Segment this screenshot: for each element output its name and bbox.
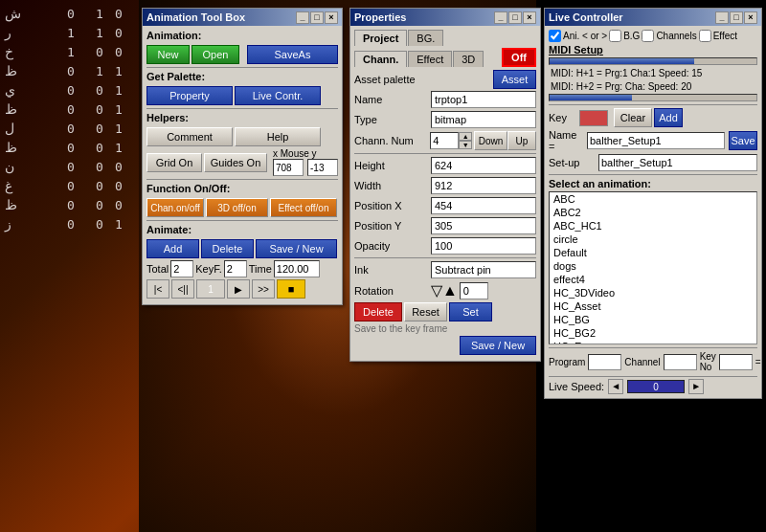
lc-name-input[interactable] xyxy=(587,132,725,149)
list-item[interactable]: HC_Eyer xyxy=(550,340,756,344)
live-controller-window: Live Controller _ □ × Ani. < or > B.G Ch… xyxy=(544,8,762,399)
list-item[interactable]: Default xyxy=(550,246,756,259)
list-item[interactable]: ABC_HC1 xyxy=(550,219,756,233)
list-item[interactable]: ABC xyxy=(550,192,756,206)
list-item[interactable]: HC_BG xyxy=(550,313,756,326)
effect-off-button[interactable]: Effect off/on xyxy=(270,198,337,217)
posy-value[interactable]: 305 xyxy=(431,217,536,234)
3d-off-button[interactable]: 3D off/on xyxy=(206,198,268,217)
transport-stop[interactable]: ■ xyxy=(277,279,305,299)
properties-restore[interactable]: □ xyxy=(508,11,522,24)
transport-prev[interactable]: |< xyxy=(146,279,169,299)
properties-content: Project BG. Chann. Effect 3D Off Asset p… xyxy=(350,26,540,361)
channel-input[interactable] xyxy=(664,354,697,370)
off-button[interactable]: Off xyxy=(502,48,536,67)
anim-toolbox-restore[interactable]: □ xyxy=(310,11,324,24)
open-button[interactable]: Open xyxy=(192,45,239,64)
live-controller-titlebar[interactable]: Live Controller _ □ × xyxy=(545,9,761,26)
width-value[interactable]: 912 xyxy=(431,177,536,194)
function-label: Function On/Off: xyxy=(146,183,230,194)
drs-row: Delete Reset Set xyxy=(354,302,536,321)
chann-down-spin[interactable]: ▼ xyxy=(459,141,472,149)
setup-input[interactable] xyxy=(598,154,757,171)
up-button[interactable]: Up xyxy=(507,131,536,150)
live-controller-close[interactable]: × xyxy=(744,11,757,24)
prop-delete-button[interactable]: Delete xyxy=(354,302,402,321)
tab-chann[interactable]: Chann. xyxy=(354,51,407,67)
save-new-row: Save / New xyxy=(354,336,536,355)
properties-close[interactable]: × xyxy=(523,11,536,24)
get-palette-label: Get Palette: xyxy=(146,71,205,82)
properties-title: Properties xyxy=(354,11,406,23)
transport-fwd[interactable]: >> xyxy=(252,279,275,299)
key-no-input[interactable] xyxy=(719,354,753,370)
posx-value[interactable]: 454 xyxy=(431,197,536,214)
list-item[interactable]: HC_BG2 xyxy=(550,326,756,340)
posy-row: Position Y 305 xyxy=(354,217,536,234)
anim-toolbox-minimize[interactable]: _ xyxy=(296,11,309,24)
midi-slider-bottom[interactable] xyxy=(549,94,757,101)
live-contr-button[interactable]: Live Contr. xyxy=(235,86,321,105)
comment-button[interactable]: Comment xyxy=(146,127,233,146)
chann-num-input[interactable] xyxy=(430,132,459,149)
set-button[interactable]: Set xyxy=(449,302,492,321)
chk-bg[interactable] xyxy=(609,30,621,42)
anim-list[interactable]: ABC ABC2 ABC_HC1 circle Default dogs eff… xyxy=(549,191,757,344)
anim-toolbox-close[interactable]: × xyxy=(325,11,338,24)
list-item[interactable]: dogs xyxy=(550,259,756,273)
list-item[interactable]: HC_3DVideo xyxy=(550,286,756,299)
chann-up-spin[interactable]: ▲ xyxy=(459,132,472,141)
save-name-button[interactable]: Save xyxy=(729,131,757,150)
midi-slider-top[interactable] xyxy=(549,57,757,65)
ink-value[interactable]: Subtract pin xyxy=(431,261,536,278)
guides-on-button[interactable]: Guides On xyxy=(204,153,267,172)
mouse-x: 708 xyxy=(273,159,304,176)
list-item[interactable]: effect4 xyxy=(550,273,756,286)
list-item[interactable]: circle xyxy=(550,233,756,246)
anim-toolbox-titlebar[interactable]: Animation Tool Box _ □ × xyxy=(143,9,342,26)
tab-3d[interactable]: 3D xyxy=(453,51,484,67)
rotation-icon: ▽▲ xyxy=(431,281,458,299)
list-item[interactable]: HC_Asset xyxy=(550,299,756,313)
chk-effect[interactable] xyxy=(699,30,711,42)
prop-save-new-button[interactable]: Save / New xyxy=(460,336,536,355)
grid-on-button[interactable]: Grid On xyxy=(146,153,202,172)
live-controller-minimize[interactable]: _ xyxy=(715,11,729,24)
tab-effect[interactable]: Effect xyxy=(408,51,452,67)
height-value[interactable]: 624 xyxy=(431,157,536,174)
properties-titlebar[interactable]: Properties _ □ × xyxy=(350,9,540,26)
properties-minimize[interactable]: _ xyxy=(494,11,507,24)
speed-down-btn[interactable]: ◄ xyxy=(608,379,623,394)
new-button[interactable]: New xyxy=(146,45,190,64)
time-value: 120.00 xyxy=(274,260,320,277)
add-key-button[interactable]: Add xyxy=(654,108,683,127)
transport-back[interactable]: <|| xyxy=(171,279,194,299)
save-new-anim-button[interactable]: Save / New xyxy=(256,239,337,258)
name-value[interactable]: trptop1 xyxy=(431,91,536,108)
program-input[interactable] xyxy=(588,354,621,370)
chk-channels[interactable] xyxy=(642,30,654,42)
saveas-button[interactable]: SaveAs xyxy=(247,45,338,64)
list-item[interactable]: ABC2 xyxy=(550,206,756,219)
chk-ani[interactable] xyxy=(549,30,561,42)
asset-palette-row: Asset palette Asset xyxy=(354,70,536,89)
delete-button[interactable]: Delete xyxy=(201,239,254,258)
transport-frame[interactable]: 1 xyxy=(196,279,225,299)
tab-project[interactable]: Project xyxy=(354,30,407,46)
clear-button[interactable]: Clear xyxy=(614,108,652,127)
add-button[interactable]: Add xyxy=(146,239,199,258)
reset-button[interactable]: Reset xyxy=(404,302,447,321)
rotation-value[interactable]: 0 xyxy=(460,282,488,299)
tab-bg[interactable]: BG. xyxy=(408,30,443,46)
speed-up-btn[interactable]: ► xyxy=(688,379,704,394)
opacity-value[interactable]: 100 xyxy=(431,237,536,255)
speed-slider[interactable]: 0 xyxy=(627,380,685,393)
property-button[interactable]: Property xyxy=(146,86,233,105)
help-button[interactable]: Help xyxy=(235,127,321,146)
anim-list-container: ABC ABC2 ABC_HC1 circle Default dogs eff… xyxy=(549,191,757,344)
asset-button[interactable]: Asset xyxy=(493,70,536,89)
chan-on-button[interactable]: Chan.on/off xyxy=(146,198,204,217)
live-controller-restore[interactable]: □ xyxy=(730,11,743,24)
transport-play[interactable]: ▶ xyxy=(227,279,250,299)
down-button[interactable]: Down xyxy=(474,131,507,150)
